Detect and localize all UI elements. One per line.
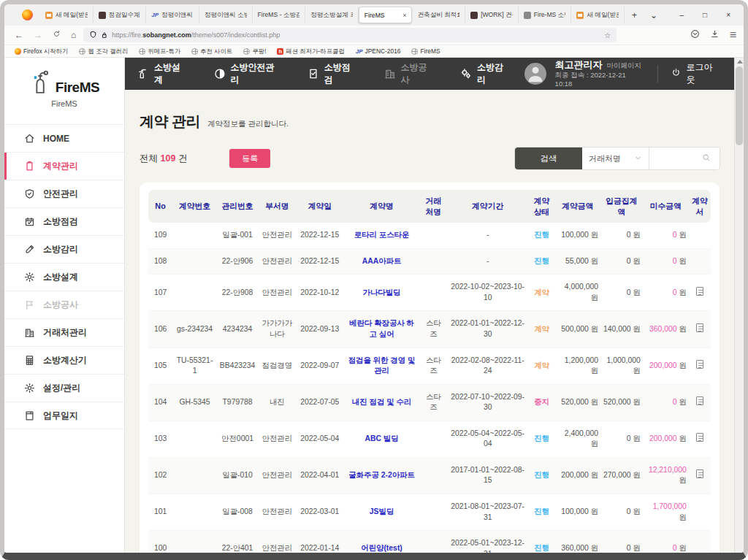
contract-name-link[interactable]: 로타리 포스타운 (354, 231, 410, 239)
table-row: 102일괄-010안전관리2022-04-01굴화주공 2-2아파트2017-0… (148, 457, 711, 494)
appnav-소방점검[interactable]: 소방점검 (295, 58, 372, 90)
unpaid-amount: 0 (673, 288, 677, 296)
menu-icon[interactable]: ≡ (730, 28, 736, 42)
tab-close-icon[interactable]: × (401, 12, 406, 19)
sidebar-item-소방계산기[interactable]: 소방계산기 (4, 346, 124, 374)
tab-title: FireMS - 소방감리 프 (258, 11, 300, 20)
mypage-link[interactable]: 마이페이지 (607, 61, 642, 69)
bookmark-item[interactable]: Firefox 시작하기 (15, 47, 68, 55)
table-cell: 2022-12-15 (297, 223, 344, 248)
appnav-소방안전관리[interactable]: 소방안전관리 (202, 58, 295, 90)
contract-doc-icon[interactable] (696, 469, 703, 478)
bookmark-item[interactable]: 웹 조각 갤러리 (79, 47, 128, 55)
table-cell: 2022-12-15 (297, 248, 344, 275)
browser-tab[interactable]: FireMS - 소방감리 프 (253, 7, 306, 23)
tracking-shield-icon[interactable] (89, 28, 97, 42)
bookmark-item[interactable]: 추천 사이트 (191, 47, 232, 55)
scrollbar-thumb[interactable] (736, 66, 743, 145)
sidebar-item-계약관리[interactable]: 계약관리 (4, 152, 124, 180)
contract-name-link[interactable]: 어린양(test) (361, 544, 402, 552)
browser-tab[interactable]: JP정평이앤씨 소방 (146, 7, 199, 23)
table-cell: 안전관리 (258, 421, 296, 457)
app-logo[interactable]: FireMS FireMS (4, 58, 124, 115)
tab-list-button[interactable]: ⌄ (650, 10, 657, 20)
table-cell: 0 원 (643, 531, 689, 553)
browser-tab[interactable]: 점검일수계산기 (94, 7, 147, 23)
browser-tab[interactable]: [WORK] 건축설비 (465, 7, 519, 23)
browser-tab[interactable]: Fire-MS 소방넷 (519, 7, 572, 23)
pocket-icon[interactable] (690, 28, 700, 42)
window-minimize-button[interactable]: – (680, 11, 684, 19)
sidebar-item-소방점검[interactable]: 소방점검 (4, 207, 124, 235)
bookmark-item[interactable]: FireMS (411, 47, 440, 55)
last-login: 최종 접속 : 2022-12-21 10:18 (555, 71, 645, 88)
back-button[interactable]: ← (15, 30, 23, 40)
avatar[interactable] (524, 63, 546, 85)
bookmark-item[interactable]: 쿠팡! (243, 47, 266, 55)
window-maximize-button[interactable]: □ (703, 11, 707, 19)
sidebar-item-소방공사[interactable]: 소방공사 (4, 291, 124, 318)
register-button[interactable]: 등록 (229, 149, 270, 168)
sidebar-item-설정/관리[interactable]: 설정/관리 (4, 374, 124, 402)
home-button[interactable]: ⌂ (71, 30, 76, 40)
search-filter-select[interactable]: 거래처명 (582, 147, 649, 169)
logout-button[interactable]: 로그아웃 (671, 61, 721, 86)
sidebar-item-소방설계[interactable]: 소방설계 (4, 263, 124, 291)
contract-name-link[interactable]: JS빌딩 (370, 507, 394, 515)
browser-tab[interactable]: FireMS× (359, 7, 413, 23)
table-cell: 굴화주공 2-2아파트 (343, 457, 420, 494)
sidebar-item-업무일지[interactable]: 업무일지 (4, 402, 124, 429)
edit-icon (24, 244, 35, 255)
table-cell (689, 494, 711, 531)
page-scrollbar[interactable] (734, 58, 744, 553)
appnav-소방설계[interactable]: 소방설계 (125, 58, 202, 90)
search-input[interactable] (655, 154, 699, 163)
appnav-소방공사[interactable]: 소방공사 (372, 58, 449, 90)
address-bar[interactable]: https://fire.sobangnet.com/theme/s007/in… (83, 28, 617, 42)
sidebar-item-거래처관리[interactable]: 거래처관리 (4, 318, 124, 346)
browser-tab[interactable]: 건축설비 최적화 시스 (412, 7, 465, 23)
browser-tab[interactable]: 정평소방설계 프로그 (305, 7, 359, 23)
browser-tab[interactable]: 새 메일(받은메일 (571, 7, 625, 23)
contract-doc-icon[interactable] (696, 396, 703, 405)
contract-doc-icon[interactable] (696, 360, 703, 369)
browser-tab[interactable]: 정평이앤씨 소방안전 (199, 7, 253, 23)
window-close-button[interactable]: × (726, 11, 730, 19)
table-cell: 270,000 원 (600, 457, 643, 494)
sidebar-item-소방감리[interactable]: 소방감리 (4, 235, 124, 263)
forward-button[interactable]: → (34, 30, 42, 40)
status-badge: 진행 (534, 231, 549, 239)
reload-button[interactable] (53, 30, 61, 40)
contract-doc-icon[interactable] (696, 287, 703, 296)
contract-name-link[interactable]: 내진 점검 및 수리 (352, 398, 411, 406)
contract-name-link[interactable]: AAA아파트 (362, 257, 402, 265)
page-title: 계약 관리 (140, 112, 200, 131)
contract-name-link[interactable]: ABC 빌딩 (365, 434, 398, 442)
tab-title: 새 메일(받은메일 (56, 11, 88, 20)
scrollbar-up-icon[interactable] (737, 60, 743, 64)
firefox-icon[interactable] (22, 9, 33, 20)
contract-doc-icon[interactable] (696, 323, 703, 332)
new-tab-button[interactable]: + (632, 10, 637, 20)
contract-name-link[interactable]: 베란다 확장공사 하고 싶어 (349, 319, 414, 338)
browser-tab[interactable]: 새 메일(받은메일 (40, 7, 94, 23)
tab-title: 건축설비 최적화 시스 (417, 11, 459, 20)
sidebar-item-안전관리[interactable]: 안전관리 (4, 180, 124, 207)
contract-name-link[interactable]: 굴화주공 2-2아파트 (348, 471, 415, 479)
bookmark-item[interactable]: h패션 최저가-하프클럽 (277, 47, 345, 55)
table-cell: 진행 (528, 223, 554, 248)
column-header: 계약번호 (172, 190, 217, 223)
search-button[interactable]: 검색 (515, 147, 582, 169)
appnav-소방감리[interactable]: 소방감리 (448, 58, 524, 90)
table-cell (420, 421, 447, 457)
contract-doc-icon[interactable] (696, 433, 703, 442)
contract-name-link[interactable]: 가나다빌딩 (363, 288, 401, 296)
bookmark-star-icon[interactable]: ☆ (604, 31, 611, 39)
downloads-icon[interactable] (710, 28, 720, 42)
sidebar-item-home[interactable]: HOME (4, 124, 124, 152)
bookmark-item[interactable]: JPJPENC-2016 (356, 47, 401, 55)
bookmark-item[interactable]: 위메프-특가 (139, 47, 180, 55)
lock-icon[interactable] (101, 28, 108, 42)
table-cell: 200,000 원 (555, 457, 600, 494)
contract-name-link[interactable]: 점검을 위한 경영 및 관리 (348, 356, 416, 375)
